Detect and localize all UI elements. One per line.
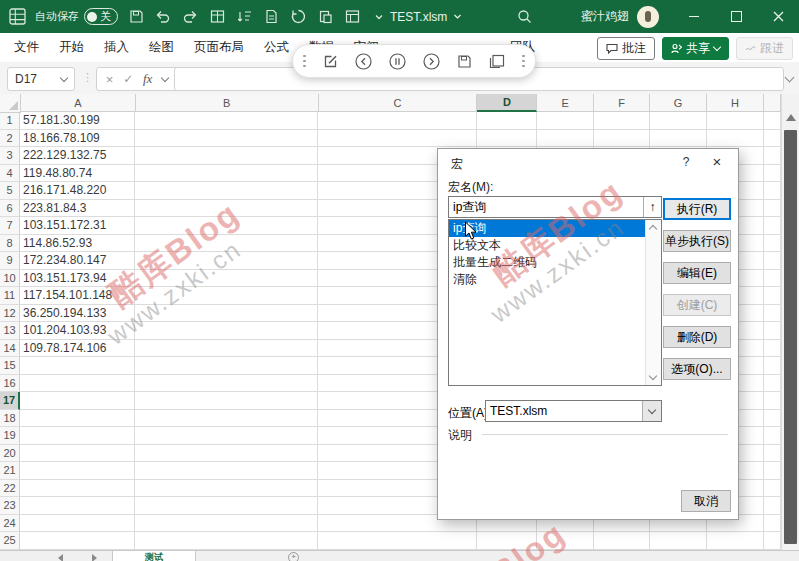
comments-button[interactable]: 批注: [597, 37, 655, 60]
name-box-chevron-icon[interactable]: [60, 74, 68, 82]
row-header-10[interactable]: 10: [0, 270, 20, 288]
macro-list-item[interactable]: 批量生成二维码: [449, 254, 661, 271]
row-header-13[interactable]: 13: [0, 322, 20, 340]
cell[interactable]: [477, 130, 537, 148]
cell[interactable]: 103.151.173.94: [20, 270, 135, 288]
cell[interactable]: [764, 287, 781, 305]
cell[interactable]: [764, 410, 781, 428]
avatar[interactable]: [637, 6, 659, 28]
follow-button[interactable]: 跟进: [736, 37, 793, 60]
row-header-24[interactable]: 24: [0, 515, 20, 533]
macros-in-combobox[interactable]: TEST.xlsm: [485, 400, 662, 422]
dialog-help-button[interactable]: ?: [678, 155, 694, 169]
cell[interactable]: 119.48.80.74: [20, 165, 135, 183]
maximize-button[interactable]: [715, 0, 757, 33]
cell[interactable]: [764, 165, 781, 183]
row-header-25[interactable]: 25: [0, 532, 20, 550]
previous-icon[interactable]: [355, 53, 372, 70]
macro-name-input[interactable]: ip查询 ↑: [448, 196, 662, 218]
cell[interactable]: [764, 322, 781, 340]
column-header-G[interactable]: G: [650, 94, 707, 112]
cell[interactable]: [135, 147, 318, 165]
cell[interactable]: [135, 480, 318, 498]
cell[interactable]: [20, 375, 135, 393]
cell[interactable]: [594, 112, 650, 130]
pause-icon[interactable]: [389, 53, 406, 70]
cell[interactable]: [764, 200, 781, 218]
row-header-20[interactable]: 20: [0, 445, 20, 463]
dialog-button-1[interactable]: 单步执行(S): [663, 230, 731, 252]
sort-tool-icon[interactable]: [235, 8, 253, 26]
row-header-4[interactable]: 4: [0, 165, 20, 183]
search-icon[interactable]: [515, 8, 533, 26]
cell[interactable]: 223.81.84.3: [20, 200, 135, 218]
column-header-A[interactable]: A: [21, 94, 136, 112]
dialog-close-button[interactable]: ×: [708, 153, 726, 170]
redo-icon[interactable]: [181, 8, 199, 26]
undo-icon[interactable]: [154, 8, 172, 26]
cell[interactable]: [650, 130, 707, 148]
cell[interactable]: [135, 165, 318, 183]
save-icon[interactable]: [127, 8, 145, 26]
cell[interactable]: [20, 532, 135, 550]
cell[interactable]: 216.171.48.220: [20, 182, 135, 200]
tab-1[interactable]: 开始: [49, 33, 94, 62]
cell[interactable]: [594, 532, 650, 550]
cell[interactable]: [764, 445, 781, 463]
cell[interactable]: 101.204.103.93: [20, 322, 135, 340]
cell[interactable]: [20, 515, 135, 533]
column-header-stub[interactable]: [764, 94, 781, 112]
cell[interactable]: [764, 235, 781, 253]
cell[interactable]: [477, 532, 537, 550]
toolbar-handle-left-icon[interactable]: [303, 55, 306, 68]
cell[interactable]: [764, 270, 781, 288]
cell[interactable]: [764, 130, 781, 148]
column-header-F[interactable]: F: [594, 94, 650, 112]
next-icon[interactable]: [423, 53, 440, 70]
cell[interactable]: [764, 147, 781, 165]
list-scroll-down-icon[interactable]: [649, 372, 657, 380]
macro-list-item[interactable]: 比较文本: [449, 237, 661, 254]
tab-2[interactable]: 插入: [94, 33, 139, 62]
row-header-7[interactable]: 7: [0, 217, 20, 235]
cell[interactable]: 172.234.80.147: [20, 252, 135, 270]
cell[interactable]: [135, 112, 318, 130]
cell[interactable]: [20, 462, 135, 480]
cell[interactable]: 57.181.30.199: [20, 112, 135, 130]
cell[interactable]: [20, 410, 135, 428]
cancel-entry-icon[interactable]: ×: [106, 72, 114, 87]
autosave-toggle[interactable]: 自动保存 关: [35, 8, 118, 25]
cell[interactable]: [650, 112, 707, 130]
cell[interactable]: [764, 392, 781, 410]
add-sheet-icon[interactable]: +: [288, 552, 299, 561]
edit-icon[interactable]: [323, 54, 338, 69]
cell[interactable]: [20, 427, 135, 445]
cell[interactable]: 117.154.101.148: [20, 287, 135, 305]
vertical-scrollbar[interactable]: [781, 94, 799, 550]
cell[interactable]: 103.151.172.31: [20, 217, 135, 235]
row-header-17[interactable]: 17: [0, 392, 20, 410]
cell[interactable]: 18.166.78.109: [20, 130, 135, 148]
cell[interactable]: [20, 357, 135, 375]
tab-4[interactable]: 页面布局: [184, 33, 254, 62]
cell[interactable]: [764, 305, 781, 323]
row-header-16[interactable]: 16: [0, 375, 20, 393]
cell[interactable]: [318, 532, 477, 550]
close-button[interactable]: [757, 0, 799, 33]
row-header-3[interactable]: 3: [0, 147, 20, 165]
dialog-button-5[interactable]: 选项(O)...: [663, 358, 731, 380]
minimize-button[interactable]: [673, 0, 715, 33]
dialog-button-4[interactable]: 删除(D): [663, 326, 731, 348]
cell[interactable]: [135, 287, 318, 305]
table-tool-icon[interactable]: [208, 8, 226, 26]
cancel-button[interactable]: 取消: [681, 490, 731, 512]
collapse-list-icon[interactable]: ↑: [643, 197, 661, 217]
cell[interactable]: 222.129.132.75: [20, 147, 135, 165]
tab-3[interactable]: 绘图: [139, 33, 184, 62]
dialog-button-2[interactable]: 编辑(E): [663, 262, 731, 284]
cell[interactable]: [135, 427, 318, 445]
column-header-H[interactable]: H: [707, 94, 764, 112]
list-scroll-up-icon[interactable]: [649, 225, 657, 233]
cell[interactable]: [135, 340, 318, 358]
document-tool-icon[interactable]: [262, 8, 280, 26]
